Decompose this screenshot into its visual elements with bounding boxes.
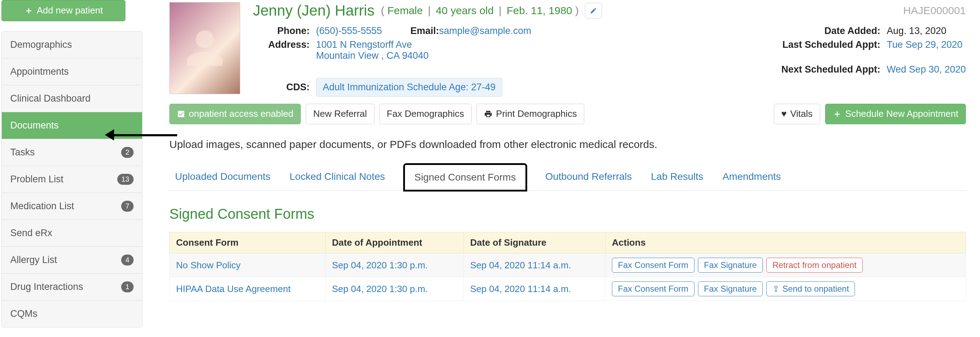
print-demographics-button[interactable]: Print Demographics — [477, 104, 584, 124]
sidebar-item-medication-list[interactable]: Medication List7 — [2, 193, 142, 220]
sidebar-badge: 4 — [121, 255, 134, 266]
col-date-signature: Date of Signature — [464, 232, 606, 253]
sidebar-item-allergy-list[interactable]: Allergy List4 — [2, 247, 142, 274]
consent-forms-table: Consent Form Date of Appointment Date of… — [169, 232, 966, 301]
plus-icon: ＋ — [24, 5, 33, 17]
edit-patient-button[interactable] — [585, 3, 602, 18]
vitals-label: Vitals — [790, 108, 812, 120]
sidebar-item-label: Problem List — [10, 174, 64, 185]
sidebar-item-problem-list[interactable]: Problem List13 — [2, 166, 142, 193]
patient-gender: Female — [387, 5, 423, 16]
fax-consent-form-button[interactable]: Fax Consent Form — [612, 258, 694, 272]
patient-header: Jenny (Jen) Harris ( Female | 40 years o… — [169, 2, 966, 97]
appt-date-link[interactable]: Sep 04, 2020 1:30 p.m. — [332, 260, 428, 271]
action-button-label: Retract from onpatient — [772, 260, 856, 270]
add-patient-button[interactable]: ＋ Add new patient — [2, 0, 126, 21]
email-label: Email: — [410, 25, 439, 36]
phone-label: Phone: — [253, 25, 310, 36]
sidebar-item-send-erx[interactable]: Send eRx — [2, 220, 142, 247]
fax-demographics-label: Fax Demographics — [387, 108, 464, 120]
sidebar-item-label: Send eRx — [10, 228, 52, 239]
fax-signature-button[interactable]: Fax Signature — [698, 258, 763, 272]
schedule-appointment-label: Schedule New Appointment — [845, 108, 958, 120]
next-appt-value[interactable]: Wed Sep 30, 2020 — [887, 64, 966, 75]
upload-hint: Upload images, scanned paper documents, … — [169, 138, 966, 150]
sidebar-item-label: Medication List — [10, 201, 74, 212]
address-line2: Mountain View , CA 94040 — [316, 50, 531, 61]
fax-consent-form-button[interactable]: Fax Consent Form — [612, 282, 694, 296]
pencil-icon — [590, 7, 597, 14]
sidebar-item-documents[interactable]: Documents — [2, 112, 142, 139]
plus-icon: ＋ — [833, 108, 842, 120]
onpatient-access-button[interactable]: onpatient access enabled — [169, 104, 301, 124]
table-header-row: Consent Form Date of Appointment Date of… — [170, 232, 966, 253]
retract-from-onpatient-button[interactable]: Retract from onpatient — [766, 258, 862, 272]
sidebar-item-drug-interactions[interactable]: Drug Interactions1 — [2, 274, 142, 301]
sidebar-item-label: Drug Interactions — [10, 282, 83, 293]
patient-info-grid: Phone: (650)-555-5555 Email: sample@samp… — [253, 25, 966, 97]
section-title: Signed Consent Forms — [169, 206, 966, 222]
appt-date-link[interactable]: Sep 04, 2020 1:30 p.m. — [332, 283, 428, 294]
fax-demographics-button[interactable]: Fax Demographics — [379, 104, 472, 124]
patient-id: HAJE000001 — [903, 5, 966, 17]
tab-amendments[interactable]: Amendments — [722, 163, 781, 190]
send-to-onpatient-button[interactable]: ⇪Send to onpatient — [766, 282, 855, 296]
sidebar-badge: 7 — [121, 201, 134, 212]
sidebar: ＋ Add new patient DemographicsAppointmen… — [0, 0, 144, 328]
fax-signature-button[interactable]: Fax Signature — [698, 282, 763, 296]
signature-date[interactable]: Sep 04, 2020 11:14 a.m. — [470, 260, 571, 271]
last-appt-label: Last Scheduled Appt: — [760, 39, 880, 50]
patient-dob: Feb. 11, 1980 — [507, 5, 572, 16]
date-added-value: Aug. 13, 2020 — [887, 25, 966, 36]
col-actions: Actions — [606, 232, 966, 253]
email-value[interactable]: sample@sample.com — [439, 25, 531, 36]
sidebar-item-demographics[interactable]: Demographics — [2, 32, 142, 59]
patient-avatar — [169, 2, 240, 94]
check-square-icon — [177, 110, 185, 118]
sidebar-item-clinical-dashboard[interactable]: Clinical Dashboard — [2, 85, 142, 112]
action-bar: onpatient access enabled New Referral Fa… — [169, 104, 966, 124]
next-appt-label: Next Scheduled Appt: — [760, 64, 880, 75]
sidebar-badge: 1 — [121, 282, 134, 293]
add-patient-label: Add new patient — [37, 5, 103, 17]
sidebar-item-label: Clinical Dashboard — [10, 93, 91, 104]
patient-age: 40 years old — [436, 5, 493, 16]
sidebar-item-cqms[interactable]: CQMs — [2, 301, 142, 327]
schedule-appointment-button[interactable]: ＋ Schedule New Appointment — [825, 104, 966, 124]
onpatient-access-label: onpatient access enabled — [189, 108, 293, 120]
print-demographics-label: Print Demographics — [496, 108, 577, 120]
new-referral-button[interactable]: New Referral — [306, 104, 374, 124]
address-value[interactable]: 1001 N Rengstorff Ave Mountain View , CA… — [316, 39, 531, 61]
col-consent-form: Consent Form — [170, 232, 326, 253]
cds-label: CDS: — [253, 82, 310, 93]
patient-name: Jenny (Jen) Harris — [253, 2, 374, 19]
cds-pill[interactable]: Adult Immunization Schedule Age: 27-49 — [316, 78, 503, 97]
tab-locked-clinical-notes[interactable]: Locked Clinical Notes — [290, 163, 385, 190]
signature-date[interactable]: Sep 04, 2020 11:14 a.m. — [470, 283, 571, 294]
phone-value[interactable]: (650)-555-5555 — [316, 25, 382, 36]
main-content: Jenny (Jen) Harris ( Female | 40 years o… — [144, 0, 980, 315]
vitals-button[interactable]: ♥ Vitals — [774, 104, 820, 124]
sidebar-item-label: Tasks — [10, 147, 35, 158]
sidebar-item-label: Allergy List — [10, 255, 57, 266]
sidebar-badge: 2 — [121, 147, 134, 158]
address-line1: 1001 N Rengstorff Ave — [316, 39, 531, 50]
sidebar-item-label: CQMs — [10, 309, 38, 319]
sidebar-item-label: Appointments — [10, 66, 69, 77]
consent-form-link[interactable]: HIPAA Data Use Agreement — [176, 283, 291, 294]
tab-uploaded-documents[interactable]: Uploaded Documents — [175, 163, 270, 190]
tab-outbound-referrals[interactable]: Outbound Referrals — [545, 163, 632, 190]
table-row: HIPAA Data Use AgreementSep 04, 2020 1:3… — [170, 277, 966, 301]
tab-lab-results[interactable]: Lab Results — [651, 163, 703, 190]
action-button-label: Send to onpatient — [782, 284, 849, 293]
address-label: Address: — [253, 39, 310, 50]
date-added-label: Date Added: — [760, 25, 880, 36]
sidebar-badge: 13 — [117, 174, 134, 185]
consent-form-link[interactable]: No Show Policy — [176, 260, 240, 271]
sidebar-item-tasks[interactable]: Tasks2 — [2, 139, 142, 166]
tab-signed-consent-forms[interactable]: Signed Consent Forms — [404, 164, 526, 190]
document-tabs: Uploaded DocumentsLocked Clinical NotesS… — [169, 163, 966, 190]
col-date-appointment: Date of Appointment — [326, 232, 464, 253]
sidebar-item-appointments[interactable]: Appointments — [2, 59, 142, 85]
last-appt-value[interactable]: Tue Sep 29, 2020 — [887, 39, 966, 50]
